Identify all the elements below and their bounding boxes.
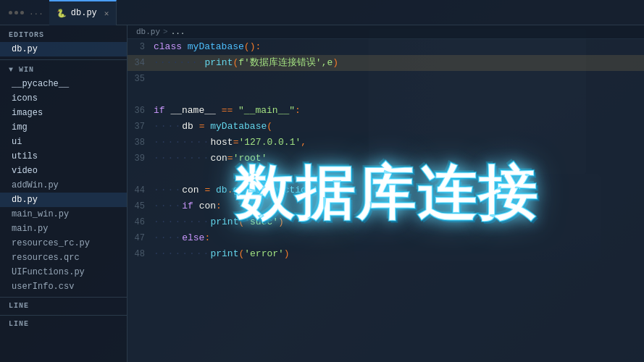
tab-bar: ... 🐍 db.py ✕ [0, 0, 644, 25]
win-section-label: ▼ WIN [0, 59, 127, 77]
sidebar-item-resources-qrc[interactable]: resources.qrc [0, 251, 127, 265]
code-line-44: 44 ····con = db.get_connection(); [127, 182, 644, 198]
python-icon: 🐍 [57, 9, 67, 18]
code-line-48: 48 ········print('error') [127, 246, 644, 262]
breadcrumb: db.py > ... [127, 25, 644, 39]
code-line-34: 34 ········print(f'数据库连接错误',e) [127, 55, 644, 71]
sidebar-item-uifunctions[interactable]: UIFunctions.py [0, 265, 127, 279]
sidebar-item-resources-rc[interactable]: resources_rc.py [0, 236, 127, 251]
code-content: 3 class myDatabase(): 34 ········print(f… [127, 39, 644, 262]
bottom-label-1: LINE [0, 297, 127, 312]
tab-more-dots: ... [29, 8, 43, 17]
tab-dot-1 [9, 11, 12, 14]
code-line-38: 38 ········host='127.0.0.1', [127, 135, 644, 151]
sidebar-item-mainwin[interactable]: main_win.py [0, 207, 127, 222]
code-line-37: 37 ····db = myDatabase( [127, 119, 644, 135]
code-editor[interactable]: 3 class myDatabase(): 34 ········print(f… [127, 39, 644, 362]
code-line-45: 45 ····if con: [127, 198, 644, 214]
tab-dots-group: ... [3, 8, 49, 17]
app-container: ... 🐍 db.py ✕ EDITORS db.py ▼ WIN __pyca… [0, 0, 644, 362]
tab-dot-3 [20, 11, 24, 14]
breadcrumb-symbol: ... [171, 28, 185, 36]
editors-label: EDITORS [0, 25, 127, 42]
code-line-3: 3 class myDatabase(): [127, 39, 644, 55]
tab-label: db.py [71, 8, 97, 18]
code-line-47: 47 ····else: [127, 230, 644, 246]
tab-dbpy[interactable]: 🐍 db.py ✕ [49, 0, 117, 25]
sidebar-item-dbpy-editor[interactable]: db.py [0, 42, 127, 56]
code-line-39: 39 ········con='root' [127, 151, 644, 167]
sidebar-item-main[interactable]: main.py [0, 222, 127, 236]
editor-area[interactable]: db.py > ... 3 class myDatabase(): 34 [127, 25, 644, 362]
sidebar-item-pycache[interactable]: __pycache__ [0, 77, 127, 91]
sidebar-item-icons[interactable]: icons [0, 91, 127, 106]
sidebar-item-img[interactable]: img [0, 120, 127, 135]
code-line-36: 36 if __name__ == "__main__": [127, 103, 644, 119]
sidebar-item-userinfo[interactable]: userInfo.csv [0, 279, 127, 294]
bottom-label-2: LINE [0, 315, 127, 330]
tab-dot-2 [14, 11, 18, 14]
code-line-35: 35 [127, 71, 644, 87]
code-line-empty [127, 87, 644, 103]
breadcrumb-file: db.py [136, 28, 160, 36]
sidebar-item-ui[interactable]: ui [0, 135, 127, 149]
sidebar-item-db[interactable]: db.py [0, 193, 127, 207]
tab-close-icon[interactable]: ✕ [104, 9, 109, 18]
sidebar-item-addwin[interactable]: addWin.py [0, 178, 127, 193]
code-line-spacer [127, 167, 644, 182]
sidebar-item-video[interactable]: video [0, 164, 127, 178]
sidebar-item-images[interactable]: images [0, 106, 127, 120]
sidebar: EDITORS db.py ▼ WIN __pycache__ icons im… [0, 25, 127, 362]
content-area: EDITORS db.py ▼ WIN __pycache__ icons im… [0, 25, 644, 362]
sidebar-item-utils[interactable]: utils [0, 149, 127, 164]
breadcrumb-sep: > [163, 28, 168, 36]
code-line-46: 46 ········print('succ') [127, 214, 644, 230]
